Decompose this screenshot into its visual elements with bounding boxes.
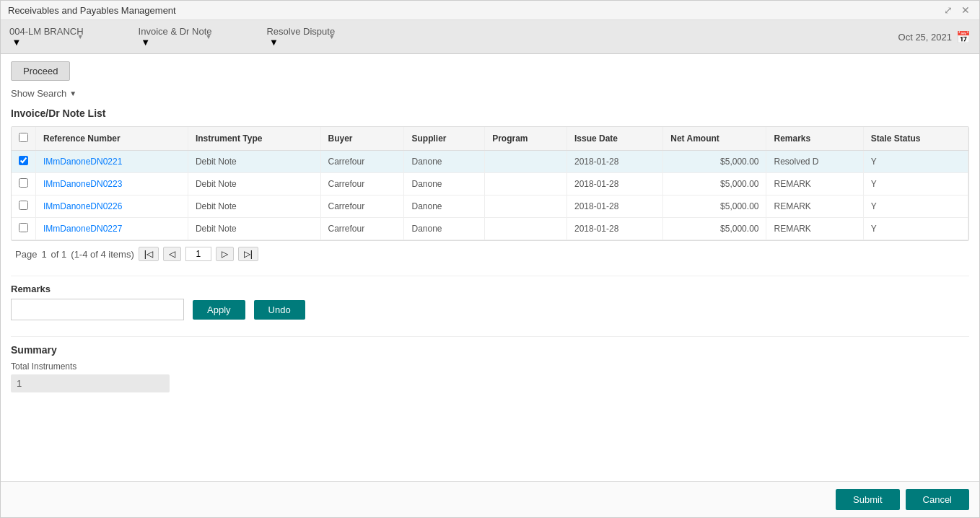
- remarks-section: Remarks Apply Undo: [11, 276, 969, 328]
- row-net-amount: $5,000.00: [663, 151, 766, 173]
- apply-button[interactable]: Apply: [193, 300, 245, 320]
- last-page-button[interactable]: ▷|: [238, 247, 258, 261]
- table-body: IMmDanoneDN0221Debit NoteCarrefourDanone…: [12, 151, 968, 240]
- first-page-button[interactable]: |◁: [139, 247, 159, 261]
- title-controls: ⤢ ✕: [942, 4, 972, 16]
- row-issue-date: 2018-01-28: [566, 218, 662, 240]
- row-checkbox[interactable]: [19, 156, 28, 165]
- invoice-table: Reference Number Instrument Type Buyer S…: [12, 127, 968, 240]
- action-label: Resolve Dispute: [266, 26, 335, 37]
- table-header-row: Reference Number Instrument Type Buyer S…: [12, 127, 968, 151]
- row-stale-status: Y: [863, 196, 968, 218]
- row-instr-type: Debit Note: [188, 173, 320, 196]
- row-instr-type: Debit Note: [188, 196, 320, 218]
- pagination: Page 1 of 1 (1-4 of 4 items) |◁ ◁ ▷ ▷|: [11, 241, 969, 267]
- remarks-row: Apply Undo: [11, 299, 969, 320]
- header-issue-date: Issue Date: [566, 127, 662, 151]
- date-value: Oct 25, 2021: [898, 32, 952, 43]
- row-stale-status: Y: [863, 173, 968, 196]
- row-stale-status: Y: [863, 218, 968, 240]
- title-bar: Receivables and Payables Management ⤢ ✕: [1, 1, 979, 20]
- action-dropdown-wrapper[interactable]: Resolve Dispute ▼: [266, 26, 335, 48]
- invoice-table-container: Reference Number Instrument Type Buyer S…: [11, 126, 969, 241]
- table-row: IMmDanoneDN0226Debit NoteCarrefourDanone…: [12, 196, 968, 218]
- table-row: IMmDanoneDN0221Debit NoteCarrefourDanone…: [12, 151, 968, 173]
- row-supplier: Danone: [404, 196, 485, 218]
- cancel-button[interactable]: Cancel: [906, 489, 969, 510]
- undo-button[interactable]: Undo: [254, 300, 305, 320]
- summary-section: Summary Total Instruments 1: [11, 336, 969, 392]
- current-page-display: 1: [41, 249, 46, 260]
- row-buyer: Carrefour: [320, 151, 404, 173]
- row-remarks: REMARK: [766, 196, 863, 218]
- header-remarks: Remarks: [766, 127, 863, 151]
- row-instr-type: Debit Note: [188, 151, 320, 173]
- row-issue-date: 2018-01-28: [566, 173, 662, 196]
- total-instruments-label: Total Instruments: [11, 361, 969, 372]
- items-label: (1-4 of 4 items): [71, 249, 134, 260]
- instrument-type-label: Invoice & Dr Note: [139, 26, 212, 37]
- calendar-icon[interactable]: 📅: [956, 30, 971, 44]
- header-ref-num: Reference Number: [36, 127, 188, 151]
- row-supplier: Danone: [404, 151, 485, 173]
- page-label: Page: [15, 249, 37, 260]
- header-net-amount: Net Amount: [663, 127, 766, 151]
- prev-page-button[interactable]: ◁: [163, 247, 181, 261]
- instrument-type-dropdown-wrapper[interactable]: Invoice & Dr Note ▼: [139, 26, 212, 48]
- branch-dropdown-wrapper[interactable]: 004-LM BRANCH ▼: [9, 26, 84, 48]
- row-ref-num[interactable]: IMmDanoneDN0223: [36, 173, 188, 196]
- proceed-button[interactable]: Proceed: [11, 61, 70, 81]
- show-search-arrow: ▼: [69, 89, 76, 97]
- header-instr-type: Instrument Type: [188, 127, 320, 151]
- row-buyer: Carrefour: [320, 218, 404, 240]
- main-window: Receivables and Payables Management ⤢ ✕ …: [0, 0, 980, 518]
- header-program: Program: [485, 127, 567, 151]
- row-instr-type: Debit Note: [188, 218, 320, 240]
- date-field: Oct 25, 2021 📅: [898, 30, 971, 44]
- row-ref-num[interactable]: IMmDanoneDN0226: [36, 196, 188, 218]
- row-buyer: Carrefour: [320, 196, 404, 218]
- row-checkbox[interactable]: [19, 201, 28, 210]
- row-net-amount: $5,000.00: [663, 218, 766, 240]
- section-title: Invoice/Dr Note List: [11, 107, 969, 119]
- row-checkbox-cell: [12, 218, 36, 240]
- select-all-checkbox[interactable]: [19, 133, 28, 142]
- submit-button[interactable]: Submit: [836, 489, 899, 510]
- show-search-label: Show Search: [11, 88, 66, 99]
- summary-title: Summary: [11, 344, 969, 356]
- row-supplier: Danone: [404, 218, 485, 240]
- next-page-button[interactable]: ▷: [216, 247, 234, 261]
- footer-actions: Submit Cancel: [1, 481, 979, 517]
- row-program: [485, 196, 567, 218]
- row-checkbox[interactable]: [19, 223, 28, 232]
- expand-button[interactable]: ⤢: [942, 4, 955, 16]
- table-row: IMmDanoneDN0223Debit NoteCarrefourDanone…: [12, 173, 968, 196]
- row-checkbox-cell: [12, 196, 36, 218]
- page-input[interactable]: [185, 247, 211, 261]
- close-button[interactable]: ✕: [959, 4, 972, 16]
- header-buyer: Buyer: [320, 127, 404, 151]
- row-checkbox-cell: [12, 173, 36, 196]
- header-checkbox-cell: [12, 127, 36, 151]
- remarks-input[interactable]: [11, 299, 184, 320]
- toolbar: 004-LM BRANCH ▼ Invoice & Dr Note ▼ Reso…: [1, 20, 979, 54]
- row-ref-num[interactable]: IMmDanoneDN0227: [36, 218, 188, 240]
- row-issue-date: 2018-01-28: [566, 151, 662, 173]
- row-program: [485, 151, 567, 173]
- row-supplier: Danone: [404, 173, 485, 196]
- row-buyer: Carrefour: [320, 173, 404, 196]
- window-title: Receivables and Payables Management: [8, 5, 176, 16]
- row-net-amount: $5,000.00: [663, 173, 766, 196]
- total-instruments-value: 1: [11, 374, 170, 392]
- header-supplier: Supplier: [404, 127, 485, 151]
- row-checkbox-cell: [12, 151, 36, 173]
- row-ref-num[interactable]: IMmDanoneDN0221: [36, 151, 188, 173]
- row-program: [485, 218, 567, 240]
- row-remarks: REMARK: [766, 218, 863, 240]
- row-stale-status: Y: [863, 151, 968, 173]
- show-search-toggle[interactable]: Show Search ▼: [11, 88, 969, 99]
- branch-label: 004-LM BRANCH: [9, 26, 84, 37]
- of-label: of 1: [51, 249, 67, 260]
- row-checkbox[interactable]: [19, 178, 28, 188]
- row-remarks: REMARK: [766, 173, 863, 196]
